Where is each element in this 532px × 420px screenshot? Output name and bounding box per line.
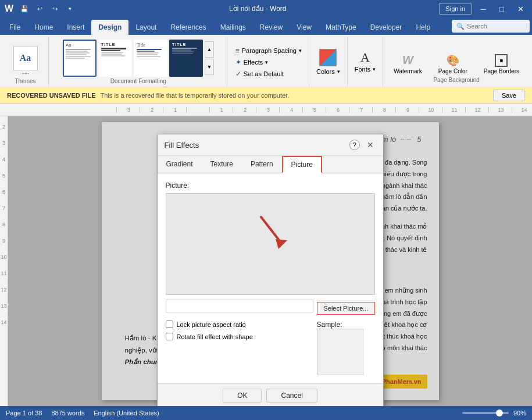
dialog-tab-pattern[interactable]: Pattern: [242, 156, 282, 173]
page-color-icon: 🎨: [447, 54, 459, 67]
recovery-save-button[interactable]: Save: [493, 90, 525, 101]
ruler-mark-3: 3: [116, 107, 140, 113]
dialog-tabs: Gradient Texture Pattern Picture: [158, 156, 383, 173]
ruler-mark-0: [186, 107, 209, 113]
ruler-mark12: 12: [465, 107, 488, 113]
lock-aspect-checkbox[interactable]: [166, 321, 173, 328]
ruler-mark3: 3: [256, 107, 279, 113]
tab-help[interactable]: Help: [409, 20, 437, 35]
themes-icon: Aa: [13, 46, 38, 70]
dialog-header: Fill Effects ? ✕: [158, 134, 383, 156]
dialog-body: Picture:: [158, 173, 383, 383]
close-btn[interactable]: ✕: [513, 2, 527, 16]
sidebar-num-8: 8: [2, 216, 5, 233]
scroll-down-btn[interactable]: ▼: [205, 59, 214, 75]
redo-btn[interactable]: ↪: [48, 2, 61, 15]
svg-line-0: [261, 217, 281, 243]
status-bar-right: 90%: [462, 410, 526, 417]
sidebar-num-10: 10: [1, 249, 6, 265]
word-icon: W: [5, 3, 13, 14]
themes-group-content: Aa ·····: [6, 38, 45, 78]
dialog-tab-gradient[interactable]: Gradient: [158, 156, 202, 173]
doc-thumb-3[interactable]: Title: [134, 40, 167, 77]
zoom-level: 90%: [513, 410, 526, 417]
themes-button[interactable]: Aa ·····: [10, 45, 41, 78]
tab-design[interactable]: Design: [91, 20, 128, 35]
fonts-label: Fonts: [355, 66, 371, 73]
tab-insert[interactable]: Insert: [60, 20, 91, 35]
dialog-tab-texture[interactable]: Texture: [202, 156, 242, 173]
paragraph-spacing-btn[interactable]: ≡ Paragraph Spacing ▾: [233, 45, 304, 56]
page-borders-btn[interactable]: ▪ Page Borders: [478, 52, 525, 77]
title-bar-left: W 💾 ↩ ↪ ▾: [5, 2, 76, 15]
tab-home[interactable]: Home: [27, 20, 60, 35]
dialog-close-btn[interactable]: ✕: [365, 139, 376, 151]
tab-references[interactable]: References: [163, 20, 213, 35]
doc-thumb-1[interactable]: Aa: [63, 40, 97, 77]
rotate-fill-checkbox[interactable]: [166, 333, 173, 340]
customize-btn[interactable]: ▾: [63, 2, 76, 15]
doc-thumb-2[interactable]: TITLE: [98, 40, 132, 77]
sidebar-num-11: 11: [1, 265, 6, 282]
save-quick-btn[interactable]: 💾: [18, 2, 31, 15]
page-indicator: Page 1 of 38: [6, 410, 42, 417]
sidebar-num-6: 6: [2, 184, 5, 200]
undo-btn[interactable]: ↩: [33, 2, 46, 15]
ribbon-search-box[interactable]: 🔍: [452, 20, 530, 33]
picture-filename-input[interactable]: [166, 300, 314, 312]
search-input[interactable]: [467, 23, 525, 30]
doc-thumb-4[interactable]: TITLE: [169, 40, 203, 77]
restore-btn[interactable]: □: [495, 2, 509, 16]
minimize-btn[interactable]: ─: [476, 2, 490, 16]
page-color-label: Page Color: [438, 68, 467, 74]
tab-layout[interactable]: Layout: [128, 20, 163, 35]
dialog-header-btns: ? ✕: [349, 139, 376, 151]
scroll-up-btn[interactable]: ▲: [205, 41, 214, 58]
paragraph-spacing-dropdown: ▾: [299, 48, 302, 54]
ok-button[interactable]: OK: [223, 389, 262, 403]
watermark-btn[interactable]: W Watermark: [388, 51, 428, 77]
colors-swatch: [319, 49, 337, 66]
picture-preview-area: [166, 193, 375, 295]
themes-group: Aa ····· Themes: [2, 37, 49, 87]
sidebar-num-4: 4: [2, 151, 5, 168]
ruler: 3 2 1 1 2 3 4 5 6 7 8 9 10 11 12 13 14 1…: [0, 104, 532, 116]
lock-aspect-label: Lock picture aspect ratio: [177, 321, 246, 328]
dialog-help-btn[interactable]: ?: [349, 140, 360, 150]
select-picture-btn[interactable]: Select Picture...: [317, 302, 374, 315]
tab-mathtype[interactable]: MathType: [319, 20, 363, 35]
tab-developer[interactable]: Developer: [363, 20, 409, 35]
tab-file[interactable]: File: [2, 20, 27, 35]
ribbon-right-groups: ≡ Paragraph Spacing ▾ ✦ Effects ▾ ✓ Set …: [228, 37, 530, 87]
ruler-mark9: 9: [395, 107, 419, 113]
quick-access-toolbar: W 💾 ↩ ↪ ▾: [5, 2, 76, 15]
themes-group-label: Themes: [6, 78, 45, 86]
page-color-btn[interactable]: 🎨 Page Color: [433, 52, 473, 77]
set-as-default-btn[interactable]: ✓ Set as Default: [233, 69, 304, 79]
tab-mailings[interactable]: Mailings: [213, 20, 253, 35]
set-default-icon: ✓: [235, 70, 241, 78]
tab-review[interactable]: Review: [253, 20, 290, 35]
sign-in-button[interactable]: Sign in: [439, 3, 472, 15]
arrow-annotation: [249, 211, 296, 259]
fonts-group: A Fonts ▾: [348, 37, 384, 87]
effects-btn[interactable]: ✦ Effects ▾: [233, 57, 304, 67]
filename-row: Select Picture...: [166, 300, 375, 317]
tab-view[interactable]: View: [290, 20, 319, 35]
fonts-btn[interactable]: Fonts ▾: [352, 65, 379, 73]
recovery-text: This is a recovered file that is tempora…: [101, 92, 290, 99]
zoom-control[interactable]: 90%: [462, 410, 526, 417]
ribbon-tab-row: File Home Insert Design Layout Reference…: [0, 17, 532, 35]
effects-icon: ✦: [235, 58, 241, 66]
cancel-button[interactable]: Cancel: [266, 389, 317, 403]
zoom-slider[interactable]: [462, 412, 509, 414]
ruler-mark1: 1: [209, 107, 233, 113]
app-title: Lời nói đầu - Word: [76, 5, 439, 13]
dialog-tab-picture[interactable]: Picture: [282, 156, 322, 173]
recovery-label: RECOVERED UNSAVED FILE: [7, 92, 96, 99]
colors-btn[interactable]: Colors ▾: [314, 67, 342, 76]
zoom-thumb: [496, 410, 503, 417]
sample-label: Sample:: [317, 321, 375, 329]
para-effects-btns: ≡ Paragraph Spacing ▾ ✦ Effects ▾ ✓ Set …: [233, 40, 304, 84]
fonts-icon: A: [360, 51, 370, 64]
